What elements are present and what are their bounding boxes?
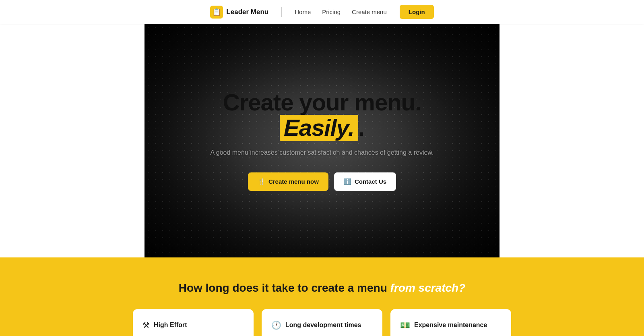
hero-title-highlight: Easily. — [280, 115, 358, 141]
brand-icon: 📋 — [210, 6, 223, 19]
nav-links: Home Pricing Create menu — [295, 8, 387, 15]
nav-pricing[interactable]: Pricing — [322, 8, 341, 15]
info-icon: ℹ️ — [344, 178, 351, 185]
navbar: 📋 Leader Menu Home Pricing Create menu L… — [0, 0, 644, 24]
card-desc-1: An effort you could dedicate to your bus… — [142, 334, 244, 336]
card-title-2: Long development times — [285, 321, 361, 329]
clock-icon: 🕐 — [271, 320, 281, 330]
section-title-italic: from scratch? — [390, 282, 466, 294]
card-header-3: 💵 Expensive maintenance — [400, 320, 502, 330]
fork-icon: 🍴 — [258, 178, 265, 185]
hero-subtitle: A good menu increases customer satisfact… — [189, 147, 455, 158]
nav-create-menu[interactable]: Create menu — [352, 8, 387, 15]
section-title: How long does it take to create a menu f… — [16, 282, 628, 295]
card-desc-2: Development time could be used elsewhere — [271, 334, 373, 336]
hero-title: Create your menu. Easily.. — [189, 90, 455, 141]
nav-divider — [281, 7, 282, 17]
hero-buttons: 🍴 Create menu now ℹ️ Contact Us — [189, 172, 455, 191]
hero-title-main: Create your menu. — [223, 89, 421, 115]
brand-name: Leader Menu — [226, 8, 268, 16]
hero-section: Create your menu. Easily.. A good menu i… — [144, 24, 500, 257]
nav-home[interactable]: Home — [295, 8, 311, 15]
contact-us-button[interactable]: ℹ️ Contact Us — [334, 172, 396, 191]
brand-link[interactable]: 📋 Leader Menu — [210, 6, 268, 19]
hero-content: Create your menu. Easily.. A good menu i… — [189, 90, 455, 191]
card-title-3: Expensive maintenance — [414, 321, 487, 329]
card-high-effort: ⚒ High Effort An effort you could dedica… — [133, 309, 254, 336]
below-hero-section: How long does it take to create a menu f… — [0, 257, 644, 336]
dollar-icon: 💵 — [400, 320, 410, 330]
create-menu-button[interactable]: 🍴 Create menu now — [248, 172, 328, 191]
card-desc-3: ($$$) — [400, 334, 502, 336]
login-button[interactable]: Login — [400, 5, 434, 19]
wrench-icon: ⚒ — [142, 320, 150, 330]
card-header-2: 🕐 Long development times — [271, 320, 373, 330]
cards-row: ⚒ High Effort An effort you could dedica… — [16, 309, 628, 336]
card-long-dev: 🕐 Long development times Development tim… — [262, 309, 382, 336]
section-title-main: How long does it take to create a menu — [179, 282, 387, 294]
card-header-1: ⚒ High Effort — [142, 320, 244, 330]
card-expensive: 💵 Expensive maintenance ($$$) — [390, 309, 511, 336]
card-title-1: High Effort — [154, 321, 187, 329]
